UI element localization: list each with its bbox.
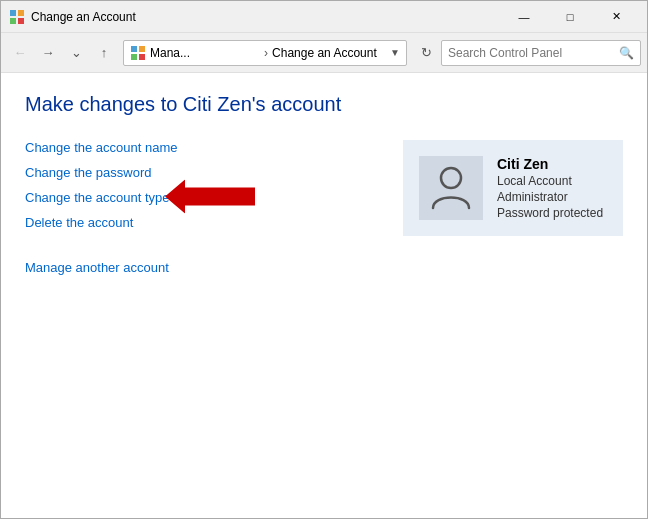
address-part-2: Change an Account [272, 46, 382, 60]
up-button[interactable]: ↑ [91, 40, 117, 66]
window-controls: — □ ✕ [501, 1, 639, 33]
left-panel: Change the account name Change the passw… [25, 140, 379, 275]
address-separator: › [264, 46, 268, 60]
main-content: Make changes to Citi Zen's account Chang… [1, 73, 647, 519]
search-icon: 🔍 [619, 46, 634, 60]
app-icon [9, 9, 25, 25]
red-arrow-indicator [165, 179, 255, 216]
svg-rect-6 [131, 54, 137, 60]
change-type-row: Change the account type [25, 190, 379, 205]
forward-button[interactable]: → [35, 40, 61, 66]
minimize-button[interactable]: — [501, 1, 547, 33]
change-type-link[interactable]: Change the account type [25, 190, 170, 205]
separator-gap [25, 230, 379, 240]
window-title: Change an Account [31, 10, 501, 24]
address-part-1: Mana... [150, 46, 260, 60]
address-icon [130, 45, 146, 61]
close-button[interactable]: ✕ [593, 1, 639, 33]
account-detail-0: Local Account [497, 174, 603, 188]
search-input[interactable] [448, 46, 619, 60]
account-detail-2: Password protected [497, 206, 603, 220]
content-area: Change the account name Change the passw… [25, 140, 623, 275]
change-password-link[interactable]: Change the password [25, 165, 379, 180]
account-avatar [419, 156, 483, 220]
right-panel: Citi Zen Local Account Administrator Pas… [403, 140, 623, 275]
change-name-link[interactable]: Change the account name [25, 140, 379, 155]
maximize-button[interactable]: □ [547, 1, 593, 33]
separator-gap-2 [25, 240, 379, 250]
svg-rect-4 [131, 46, 137, 52]
back-button[interactable]: ← [7, 40, 33, 66]
account-info: Citi Zen Local Account Administrator Pas… [497, 156, 603, 220]
svg-rect-0 [10, 10, 16, 16]
account-card: Citi Zen Local Account Administrator Pas… [403, 140, 623, 236]
address-bar[interactable]: Mana... › Change an Account ▼ [123, 40, 407, 66]
recent-pages-button[interactable]: ⌄ [63, 40, 89, 66]
svg-rect-3 [18, 18, 24, 24]
address-dropdown-icon[interactable]: ▼ [390, 47, 400, 58]
delete-account-link[interactable]: Delete the account [25, 215, 379, 230]
svg-rect-5 [139, 46, 145, 52]
search-bar[interactable]: 🔍 [441, 40, 641, 66]
account-detail-1: Administrator [497, 190, 603, 204]
refresh-button[interactable]: ↻ [413, 40, 439, 66]
svg-point-9 [441, 168, 461, 188]
manage-another-link[interactable]: Manage another account [25, 260, 379, 275]
svg-rect-7 [139, 54, 145, 60]
title-bar: Change an Account — □ ✕ [1, 1, 647, 33]
svg-marker-8 [165, 179, 255, 213]
svg-rect-1 [18, 10, 24, 16]
svg-rect-2 [10, 18, 16, 24]
nav-bar: ← → ⌄ ↑ Mana... › Change an Account ▼ ↻ … [1, 33, 647, 73]
account-name: Citi Zen [497, 156, 603, 172]
actions-list: Change the account name Change the passw… [25, 140, 379, 230]
page-title: Make changes to Citi Zen's account [25, 93, 623, 116]
